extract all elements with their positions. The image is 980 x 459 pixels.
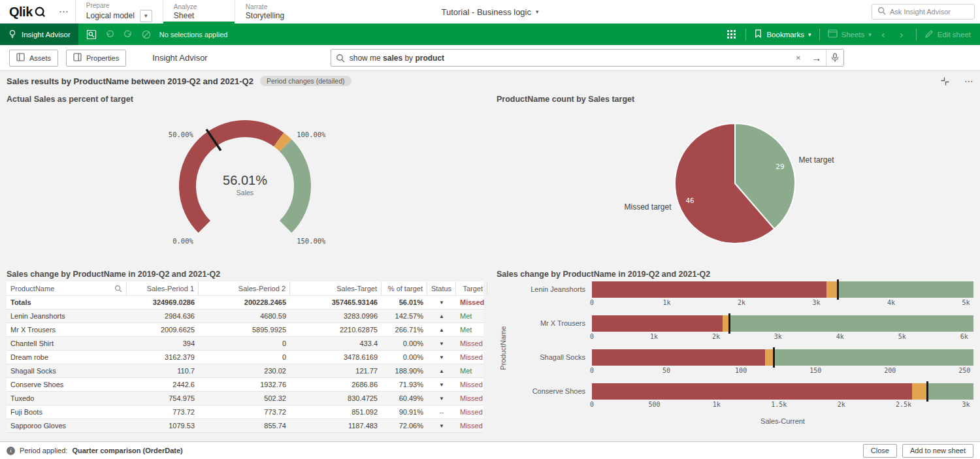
- clear-selections-icon[interactable]: [137, 24, 155, 45]
- axis-tick-label: 5k: [898, 333, 906, 340]
- gauge-value: 56.01%: [223, 173, 267, 187]
- column-header[interactable]: Sales-Period 2: [199, 281, 290, 295]
- axis-tick-label: 3k: [962, 401, 970, 408]
- logical-model-dropdown-button[interactable]: ▾: [140, 10, 152, 22]
- insight-results-area: Sales results by ProductName between 201…: [0, 71, 980, 441]
- column-header[interactable]: % of target: [382, 281, 427, 295]
- insight-advisor-toggle[interactable]: Insight Advisor: [0, 24, 78, 45]
- qlik-sense-app: Qlik ⋯ Prepare Logical model ▾ Analyze S…: [0, 0, 980, 459]
- value-cell: 1079.53: [127, 422, 199, 430]
- next-sheet-icon[interactable]: ›: [892, 29, 911, 40]
- results-header-actions: ⋯: [936, 76, 973, 86]
- submit-query-icon[interactable]: →: [808, 52, 826, 63]
- axis-tick-label: 2k: [838, 401, 845, 408]
- properties-label: Properties: [86, 54, 119, 62]
- target-cell: Missed: [456, 394, 487, 402]
- table-row: Tuxedo754.975502.32830.472560.49%▼Missed: [7, 392, 483, 405]
- info-icon[interactable]: i: [7, 447, 15, 455]
- product-name-cell[interactable]: Conserve Shoes: [7, 381, 127, 388]
- nav-analyze-sheet[interactable]: Analyze Sheet: [163, 0, 235, 24]
- bullet-bar[interactable]: [592, 349, 973, 366]
- gauge-measure-label: Sales: [237, 189, 253, 197]
- bullet-category-label[interactable]: Lenin Jeanshorts: [508, 281, 592, 308]
- column-header[interactable]: Sales-Target: [290, 281, 382, 295]
- table-row: Conserve Shoes2442.61932.762686.8671.93%…: [7, 378, 483, 392]
- gauge-tick-label: 50.00%: [169, 131, 194, 138]
- lightbulb-icon: [8, 29, 17, 40]
- nav-prepare-logical-model[interactable]: Prepare Logical model ▾: [75, 0, 163, 24]
- sales-percent-of-target-gauge[interactable]: 0.00%50.00%100.00%150.00%56.01%Sales: [101, 106, 389, 253]
- axis-tick-label: 150: [809, 367, 821, 374]
- target-cell: Missed: [456, 422, 487, 430]
- assets-button[interactable]: Assets: [9, 50, 58, 67]
- product-name-cell[interactable]: Lenin Jeanshorts: [7, 312, 127, 320]
- pie-title: ProductName count by Sales target: [497, 95, 973, 104]
- status-cell: ▼: [427, 341, 456, 347]
- chevron-down-icon: ▾: [868, 31, 872, 38]
- bullet-category-label[interactable]: Conserve Shoes: [508, 383, 592, 409]
- target-cell: Met: [456, 326, 487, 334]
- nav-narrate-storytelling[interactable]: Narrate Storytelling: [235, 0, 306, 24]
- step-back-icon[interactable]: [101, 24, 119, 45]
- bullet-bar[interactable]: [592, 281, 973, 298]
- step-forward-icon[interactable]: [119, 24, 137, 45]
- sheets-button[interactable]: Sheets ▾: [825, 29, 874, 39]
- microphone-icon[interactable]: [826, 50, 843, 66]
- selections-tool-icon[interactable]: [82, 24, 101, 45]
- axis-tick-label: 0: [590, 333, 594, 340]
- insight-advisor-query-input[interactable]: show me sales by product × →: [331, 49, 844, 67]
- column-header[interactable]: ProductName: [7, 281, 127, 295]
- app-title-menu[interactable]: Tutorial - Business logic ▾: [441, 0, 538, 24]
- insight-advisor-panel-title: Insight Advisor: [152, 53, 208, 63]
- bullet-category-label[interactable]: Mr X Trousers: [508, 315, 592, 341]
- bookmarks-button[interactable]: Bookmarks ▾: [751, 29, 813, 40]
- search-icon: [877, 6, 886, 18]
- column-header[interactable]: Sales-Period 1: [127, 281, 199, 295]
- target-count-pie-chart[interactable]: 29Met target46Missed target: [572, 106, 898, 255]
- properties-button[interactable]: Properties: [66, 50, 126, 67]
- table-row: Chantell Shirt3940433.40.00%▼Missed: [7, 337, 483, 351]
- product-name-cell[interactable]: Sapporoo Gloves: [7, 422, 127, 430]
- ask-insight-advisor-search[interactable]: Ask Insight Advisor: [872, 4, 975, 20]
- product-name-cell[interactable]: Mr X Trousers: [7, 326, 127, 334]
- status-cell: ▲: [427, 313, 456, 319]
- search-query[interactable]: show me sales by product: [350, 54, 789, 63]
- product-name-cell[interactable]: Shagall Socks: [7, 367, 127, 375]
- results-more-button[interactable]: ⋯: [964, 76, 973, 86]
- product-name-cell[interactable]: Tuxedo: [7, 394, 127, 402]
- bullet-bar[interactable]: [592, 383, 973, 400]
- table-row: Dream robe3162.37903478.61690.00%▼Missed: [7, 351, 483, 364]
- global-menu-button[interactable]: ⋯: [52, 0, 75, 24]
- product-name-cell[interactable]: Chantell Shirt: [7, 340, 127, 347]
- column-search-icon[interactable]: [114, 285, 122, 293]
- column-header[interactable]: Target: [456, 281, 487, 295]
- bullet-category-label[interactable]: Shagall Socks: [508, 349, 592, 375]
- axis-tick-label: 1.5k: [771, 401, 787, 408]
- edit-sheet-label: Edit sheet: [938, 31, 971, 39]
- qlik-q-mark-icon: [35, 7, 46, 18]
- axis-tick-label: 0: [590, 299, 594, 306]
- bullet-below-target-segment: [592, 383, 912, 400]
- properties-panel-icon: [73, 53, 82, 63]
- column-header[interactable]: Status: [427, 281, 456, 295]
- add-to-new-sheet-button[interactable]: Add to new sheet: [902, 444, 973, 458]
- axis-tick-label: 1k: [713, 401, 721, 408]
- collapse-icon[interactable]: [936, 76, 954, 86]
- product-name-cell[interactable]: Dream robe: [7, 353, 127, 361]
- axis-tick-label: 0: [590, 401, 594, 408]
- close-button[interactable]: Close: [863, 444, 897, 458]
- toolbar-divider: [745, 29, 746, 40]
- gauge-tick-label: 0.00%: [172, 237, 193, 245]
- previous-sheet-icon[interactable]: ‹: [874, 29, 892, 40]
- app-navigation-grid-icon[interactable]: [722, 29, 740, 39]
- chevron-down-icon: ▾: [144, 12, 148, 19]
- clear-query-icon[interactable]: ×: [789, 53, 808, 63]
- edit-sheet-button[interactable]: Edit sheet: [922, 29, 973, 40]
- axis-tick-label: 200: [884, 367, 896, 374]
- axis-tick-label: 2.5k: [896, 401, 911, 408]
- value-cell: 0: [199, 340, 290, 347]
- qlik-logo[interactable]: Qlik: [0, 0, 52, 24]
- product-name-cell[interactable]: Fuji Boots: [7, 408, 127, 416]
- product-name-cell[interactable]: Totals: [7, 298, 127, 306]
- bullet-bar[interactable]: [592, 315, 973, 332]
